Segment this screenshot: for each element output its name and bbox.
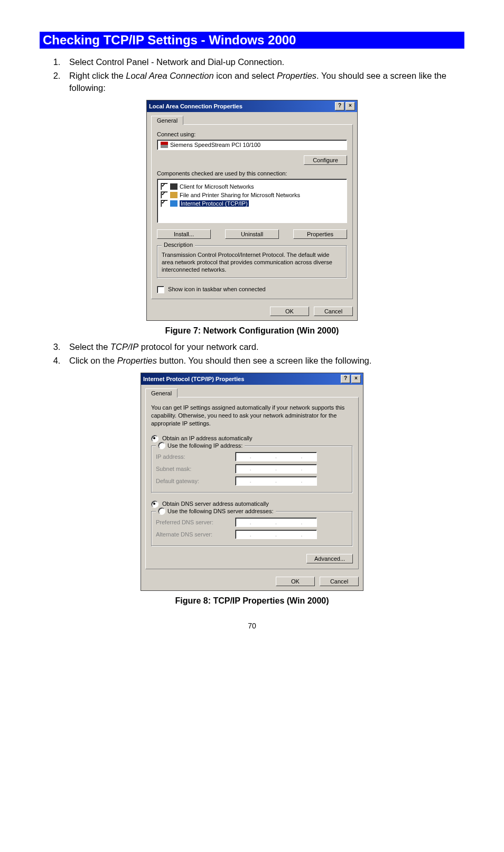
instruction-list: Select Control Panel - Network and Dial-… bbox=[40, 56, 464, 94]
list-item-tcpip[interactable]: Internet Protocol (TCP/IP) bbox=[161, 199, 343, 208]
tab-row: General bbox=[147, 112, 357, 124]
dialog-local-area-connection: Local Area Connection Properties ? × Gen… bbox=[146, 100, 358, 321]
instruction-list-2: Select the TCP/IP protocol for your netw… bbox=[40, 341, 464, 367]
components-label: Components checked are used by this conn… bbox=[157, 170, 347, 177]
step-1: Select Control Panel - Network and Dial-… bbox=[63, 56, 464, 68]
radio-obtain-dns[interactable] bbox=[151, 501, 158, 508]
obtain-dns-label: Obtain DNS server address automatically bbox=[162, 501, 269, 507]
checkbox-file[interactable] bbox=[161, 191, 168, 199]
ip-address-input[interactable]: ... bbox=[235, 452, 317, 461]
list-item-file-sharing[interactable]: File and Printer Sharing for Microsoft N… bbox=[161, 191, 343, 199]
checkbox-client[interactable] bbox=[161, 183, 168, 190]
figure-1: Local Area Connection Properties ? × Gen… bbox=[40, 100, 464, 321]
titlebar: Local Area Connection Properties ? × bbox=[147, 100, 357, 112]
show-icon-label: Show icon in taskbar when connected bbox=[168, 286, 266, 292]
tcp-icon bbox=[170, 200, 178, 207]
alt-dns-label: Alternate DNS server: bbox=[156, 531, 235, 538]
page-number: 70 bbox=[40, 622, 464, 630]
info-text: You can get IP settings assigned automat… bbox=[151, 404, 353, 428]
configure-row: Configure bbox=[157, 155, 347, 165]
properties-button[interactable]: Properties bbox=[293, 229, 347, 239]
pref-dns-label: Preferred DNS server: bbox=[156, 519, 235, 525]
help-icon[interactable]: ? bbox=[335, 102, 344, 110]
radio-use-dns[interactable] bbox=[158, 507, 165, 515]
radio-obtain-ip[interactable] bbox=[151, 435, 158, 442]
titlebar: Internet Protocol (TCP/IP) Properties ? … bbox=[141, 373, 363, 385]
list-item-client[interactable]: Client for Microsoft Networks bbox=[161, 182, 343, 191]
description-text: Transmission Control Protocol/Internet P… bbox=[162, 251, 342, 274]
step-3: Select the TCP/IP protocol for your netw… bbox=[63, 341, 464, 353]
tab-general[interactable]: General bbox=[145, 388, 178, 397]
pref-dns-input[interactable]: ... bbox=[235, 517, 317, 527]
tab-body: You can get IP settings assigned automat… bbox=[145, 397, 359, 569]
adapter-field: Siemens SpeedStream PCI 10/100 bbox=[157, 140, 347, 150]
ip-address-label: IP address: bbox=[156, 453, 235, 460]
close-icon[interactable]: × bbox=[346, 102, 355, 110]
step-2: Right click the Local Area Connection ic… bbox=[63, 70, 464, 94]
install-button[interactable]: Install... bbox=[157, 229, 211, 239]
components-listbox[interactable]: Client for Microsoft Networks File and P… bbox=[157, 179, 347, 223]
section-heading: Checking TCP/IP Settings - Windows 2000 bbox=[40, 32, 464, 49]
ok-button[interactable]: OK bbox=[276, 577, 315, 586]
use-ip-label: Use the following IP address: bbox=[167, 442, 242, 449]
figure-1-caption: Figure 7: Network Configuration (Win 200… bbox=[40, 326, 464, 336]
radio-use-ip[interactable] bbox=[158, 442, 165, 449]
use-ip-group: Use the following IP address: IP address… bbox=[151, 446, 353, 493]
tab-general[interactable]: General bbox=[151, 116, 183, 125]
use-dns-group: Use the following DNS server addresses: … bbox=[151, 511, 353, 547]
description-group: Description Transmission Control Protoco… bbox=[157, 245, 347, 279]
gateway-input[interactable]: ... bbox=[235, 476, 317, 486]
ok-button[interactable]: OK bbox=[270, 307, 309, 316]
figure-2: Internet Protocol (TCP/IP) Properties ? … bbox=[40, 373, 464, 591]
file-sharing-icon bbox=[170, 192, 178, 198]
cancel-button[interactable]: Cancel bbox=[314, 307, 353, 316]
use-dns-label: Use the following DNS server addresses: bbox=[167, 508, 274, 514]
tab-body: Connect using: Siemens SpeedStream PCI 1… bbox=[151, 124, 353, 299]
adapter-icon bbox=[161, 142, 168, 148]
subnet-input[interactable]: ... bbox=[235, 464, 317, 474]
client-icon bbox=[170, 183, 178, 190]
dialog-title: Internet Protocol (TCP/IP) Properties bbox=[143, 376, 244, 382]
dialog-tcpip-properties: Internet Protocol (TCP/IP) Properties ? … bbox=[141, 373, 363, 591]
step-4: Click on the Properties button. You shou… bbox=[63, 355, 464, 366]
help-icon[interactable]: ? bbox=[341, 375, 350, 383]
close-icon[interactable]: × bbox=[351, 375, 361, 383]
cancel-button[interactable]: Cancel bbox=[320, 577, 359, 586]
gateway-label: Default gateway: bbox=[156, 478, 235, 484]
connect-using-label: Connect using: bbox=[157, 131, 347, 137]
checkbox-show-icon[interactable] bbox=[157, 286, 164, 293]
alt-dns-input[interactable]: ... bbox=[235, 530, 317, 539]
figure-2-caption: Figure 8: TCP/IP Properties (Win 2000) bbox=[40, 596, 464, 606]
configure-button[interactable]: Configure bbox=[304, 155, 347, 165]
tab-row: General bbox=[141, 385, 363, 397]
checkbox-tcp[interactable] bbox=[161, 200, 168, 207]
obtain-ip-label: Obtain an IP address automatically bbox=[162, 435, 252, 441]
subnet-label: Subnet mask: bbox=[156, 466, 235, 472]
uninstall-button[interactable]: Uninstall bbox=[225, 229, 279, 239]
dialog-title: Local Area Connection Properties bbox=[149, 103, 242, 109]
advanced-button[interactable]: Advanced... bbox=[306, 554, 353, 563]
